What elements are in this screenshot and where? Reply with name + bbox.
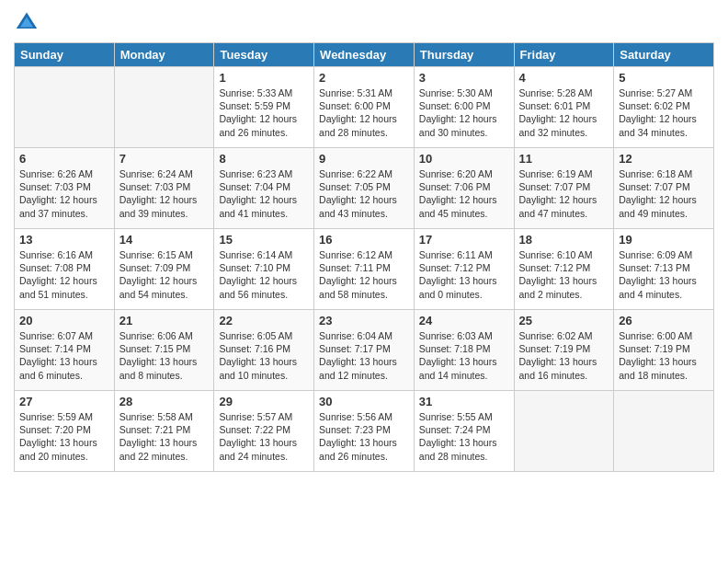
day-info: Sunrise: 6:16 AM Sunset: 7:08 PM Dayligh… (19, 248, 109, 301)
day-number: 21 (119, 314, 210, 327)
calendar-cell: 4Sunrise: 5:28 AM Sunset: 6:01 PM Daylig… (514, 67, 614, 148)
calendar-cell (15, 67, 115, 148)
day-info: Sunrise: 6:26 AM Sunset: 7:03 PM Dayligh… (19, 167, 109, 220)
calendar-cell: 12Sunrise: 6:18 AM Sunset: 7:07 PM Dayli… (614, 148, 714, 229)
day-number: 24 (419, 314, 509, 327)
calendar-cell (614, 391, 714, 472)
calendar-cell: 7Sunrise: 6:24 AM Sunset: 7:03 PM Daylig… (114, 148, 214, 229)
day-info: Sunrise: 6:02 AM Sunset: 7:19 PM Dayligh… (519, 329, 609, 382)
day-info: Sunrise: 6:09 AM Sunset: 7:13 PM Dayligh… (619, 248, 709, 301)
day-number: 13 (19, 233, 109, 247)
day-number: 15 (219, 233, 309, 247)
day-info: Sunrise: 5:30 AM Sunset: 6:00 PM Dayligh… (419, 86, 509, 139)
day-info: Sunrise: 6:05 AM Sunset: 7:16 PM Dayligh… (219, 329, 309, 382)
calendar-cell: 25Sunrise: 6:02 AM Sunset: 7:19 PM Dayli… (514, 310, 614, 391)
calendar-cell: 11Sunrise: 6:19 AM Sunset: 7:07 PM Dayli… (514, 148, 614, 229)
day-info: Sunrise: 5:59 AM Sunset: 7:20 PM Dayligh… (19, 410, 109, 463)
day-info: Sunrise: 6:06 AM Sunset: 7:15 PM Dayligh… (119, 329, 210, 382)
day-info: Sunrise: 5:58 AM Sunset: 7:21 PM Dayligh… (119, 410, 210, 463)
calendar-cell: 5Sunrise: 5:27 AM Sunset: 6:02 PM Daylig… (614, 67, 714, 148)
page-header (14, 9, 714, 35)
day-header-saturday: Saturday (614, 43, 714, 67)
day-info: Sunrise: 6:04 AM Sunset: 7:17 PM Dayligh… (319, 329, 409, 382)
day-info: Sunrise: 6:11 AM Sunset: 7:12 PM Dayligh… (419, 248, 509, 301)
calendar-cell: 2Sunrise: 5:31 AM Sunset: 6:00 PM Daylig… (314, 67, 415, 148)
day-info: Sunrise: 6:24 AM Sunset: 7:03 PM Dayligh… (119, 167, 210, 220)
day-number: 14 (119, 233, 210, 247)
calendar-cell: 10Sunrise: 6:20 AM Sunset: 7:06 PM Dayli… (414, 148, 514, 229)
week-row-3: 13Sunrise: 6:16 AM Sunset: 7:08 PM Dayli… (15, 229, 714, 310)
calendar-cell (514, 391, 614, 472)
calendar-cell: 29Sunrise: 5:57 AM Sunset: 7:22 PM Dayli… (214, 391, 314, 472)
day-info: Sunrise: 5:28 AM Sunset: 6:01 PM Dayligh… (519, 86, 609, 139)
day-info: Sunrise: 5:31 AM Sunset: 6:00 PM Dayligh… (319, 86, 409, 139)
day-number: 20 (19, 314, 109, 327)
day-info: Sunrise: 6:22 AM Sunset: 7:05 PM Dayligh… (319, 167, 409, 220)
day-number: 9 (319, 152, 409, 166)
day-number: 6 (19, 152, 109, 166)
day-number: 16 (319, 233, 409, 247)
calendar-cell: 15Sunrise: 6:14 AM Sunset: 7:10 PM Dayli… (214, 229, 314, 310)
day-number: 12 (619, 152, 709, 166)
calendar-cell: 31Sunrise: 5:55 AM Sunset: 7:24 PM Dayli… (414, 391, 514, 472)
calendar-cell: 20Sunrise: 6:07 AM Sunset: 7:14 PM Dayli… (15, 310, 115, 391)
day-header-thursday: Thursday (414, 43, 514, 67)
day-number: 26 (619, 314, 709, 327)
day-number: 18 (519, 233, 609, 247)
calendar-cell: 22Sunrise: 6:05 AM Sunset: 7:16 PM Dayli… (214, 310, 314, 391)
day-info: Sunrise: 6:15 AM Sunset: 7:09 PM Dayligh… (119, 248, 210, 301)
calendar-cell: 3Sunrise: 5:30 AM Sunset: 6:00 PM Daylig… (414, 67, 514, 148)
day-info: Sunrise: 6:07 AM Sunset: 7:14 PM Dayligh… (19, 329, 109, 382)
header-row: SundayMondayTuesdayWednesdayThursdayFrid… (15, 43, 714, 67)
day-number: 30 (319, 395, 409, 408)
day-number: 4 (519, 71, 609, 85)
calendar-cell: 23Sunrise: 6:04 AM Sunset: 7:17 PM Dayli… (314, 310, 415, 391)
day-info: Sunrise: 6:18 AM Sunset: 7:07 PM Dayligh… (619, 167, 709, 220)
day-header-friday: Friday (514, 43, 614, 67)
calendar-cell: 30Sunrise: 5:56 AM Sunset: 7:23 PM Dayli… (314, 391, 415, 472)
day-number: 5 (619, 71, 709, 85)
day-number: 10 (419, 152, 509, 166)
day-number: 29 (219, 395, 309, 408)
calendar-cell: 8Sunrise: 6:23 AM Sunset: 7:04 PM Daylig… (214, 148, 314, 229)
day-info: Sunrise: 6:20 AM Sunset: 7:06 PM Dayligh… (419, 167, 509, 220)
calendar-cell: 13Sunrise: 6:16 AM Sunset: 7:08 PM Dayli… (15, 229, 115, 310)
day-number: 19 (619, 233, 709, 247)
day-info: Sunrise: 6:03 AM Sunset: 7:18 PM Dayligh… (419, 329, 509, 382)
day-number: 7 (119, 152, 210, 166)
calendar-cell: 21Sunrise: 6:06 AM Sunset: 7:15 PM Dayli… (114, 310, 214, 391)
day-info: Sunrise: 6:10 AM Sunset: 7:12 PM Dayligh… (519, 248, 609, 301)
day-info: Sunrise: 5:57 AM Sunset: 7:22 PM Dayligh… (219, 410, 309, 463)
day-number: 1 (219, 71, 309, 85)
calendar-cell (114, 67, 214, 148)
calendar-cell: 6Sunrise: 6:26 AM Sunset: 7:03 PM Daylig… (15, 148, 115, 229)
day-number: 28 (119, 395, 210, 408)
day-header-tuesday: Tuesday (214, 43, 314, 67)
calendar-cell: 28Sunrise: 5:58 AM Sunset: 7:21 PM Dayli… (114, 391, 214, 472)
calendar-cell: 27Sunrise: 5:59 AM Sunset: 7:20 PM Dayli… (15, 391, 115, 472)
calendar-cell: 14Sunrise: 6:15 AM Sunset: 7:09 PM Dayli… (114, 229, 214, 310)
calendar-cell: 17Sunrise: 6:11 AM Sunset: 7:12 PM Dayli… (414, 229, 514, 310)
week-row-4: 20Sunrise: 6:07 AM Sunset: 7:14 PM Dayli… (15, 310, 714, 391)
calendar-cell: 1Sunrise: 5:33 AM Sunset: 5:59 PM Daylig… (214, 67, 314, 148)
week-row-5: 27Sunrise: 5:59 AM Sunset: 7:20 PM Dayli… (15, 391, 714, 472)
day-number: 22 (219, 314, 309, 327)
day-info: Sunrise: 6:19 AM Sunset: 7:07 PM Dayligh… (519, 167, 609, 220)
day-info: Sunrise: 5:55 AM Sunset: 7:24 PM Dayligh… (419, 410, 509, 463)
day-header-sunday: Sunday (15, 43, 115, 67)
calendar-cell: 9Sunrise: 6:22 AM Sunset: 7:05 PM Daylig… (314, 148, 415, 229)
day-number: 8 (219, 152, 309, 166)
day-header-wednesday: Wednesday (314, 43, 415, 67)
week-row-1: 1Sunrise: 5:33 AM Sunset: 5:59 PM Daylig… (15, 67, 714, 148)
day-info: Sunrise: 5:56 AM Sunset: 7:23 PM Dayligh… (319, 410, 409, 463)
day-number: 25 (519, 314, 609, 327)
day-number: 3 (419, 71, 509, 85)
calendar-table: SundayMondayTuesdayWednesdayThursdayFrid… (14, 42, 714, 472)
day-info: Sunrise: 6:23 AM Sunset: 7:04 PM Dayligh… (219, 167, 309, 220)
week-row-2: 6Sunrise: 6:26 AM Sunset: 7:03 PM Daylig… (15, 148, 714, 229)
day-info: Sunrise: 5:27 AM Sunset: 6:02 PM Dayligh… (619, 86, 709, 139)
day-number: 31 (419, 395, 509, 408)
day-number: 23 (319, 314, 409, 327)
calendar-cell: 18Sunrise: 6:10 AM Sunset: 7:12 PM Dayli… (514, 229, 614, 310)
calendar-cell: 19Sunrise: 6:09 AM Sunset: 7:13 PM Dayli… (614, 229, 714, 310)
